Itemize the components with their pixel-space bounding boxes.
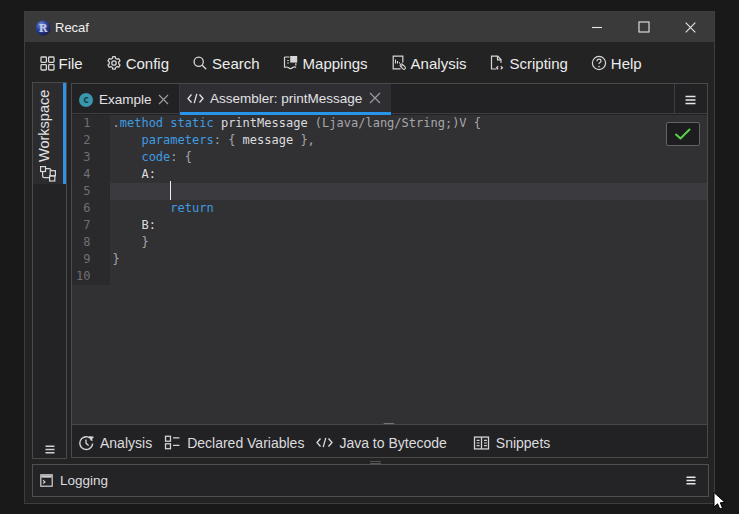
menu-scripting[interactable]: Scripting <box>478 49 579 77</box>
toolbar-java-to-bytecode-label: Java to Bytecode <box>339 435 446 451</box>
recaf-logo-icon: R <box>33 18 53 38</box>
code-content: .method static printMessage (Ljava/lang/… <box>113 115 482 284</box>
menu-bar: File Config Search Mappings <box>25 42 714 84</box>
text-transform-icon <box>283 55 299 71</box>
code-token <box>113 235 142 249</box>
question-circle-icon <box>591 55 607 71</box>
line-number: 9 <box>72 251 91 268</box>
check-icon <box>674 128 692 141</box>
console-icon <box>40 474 53 487</box>
code-token: : <box>170 150 177 164</box>
code-token: : <box>214 133 221 147</box>
code-token <box>113 218 142 232</box>
hamburger-icon <box>685 95 696 105</box>
code-line: } <box>113 234 482 251</box>
tab-example[interactable]: c Example <box>72 84 180 115</box>
maximize-icon <box>638 21 650 33</box>
recaf-window: R Recaf File <box>24 11 715 504</box>
workspace-tree-icon <box>40 166 56 182</box>
sidebar-menu-button[interactable] <box>33 445 66 454</box>
mouse-cursor <box>713 492 729 512</box>
code-token: parameters <box>141 133 213 147</box>
splitter-line <box>370 461 381 462</box>
title-bar[interactable]: R Recaf <box>25 12 714 42</box>
tab-bar: c Example Assembler: printMessage <box>72 84 707 115</box>
code-token: printMessage <box>221 116 308 130</box>
text-caret <box>170 181 172 200</box>
menu-mappings-label: Mappings <box>303 55 368 72</box>
tab-list-button[interactable] <box>674 84 707 114</box>
class-icon: c <box>79 93 93 107</box>
code-line: .method static printMessage (Ljava/lang/… <box>113 115 482 132</box>
assembler-status-button[interactable] <box>666 122 700 146</box>
code-token <box>113 167 142 181</box>
close-button[interactable] <box>673 12 707 42</box>
code-token <box>113 133 142 147</box>
code-token: return <box>170 201 213 215</box>
tab-example-close-icon[interactable] <box>158 94 169 105</box>
code-editor[interactable]: 12345678910 .method static printMessage … <box>72 115 707 424</box>
menu-help[interactable]: Help <box>579 49 653 77</box>
toolbar-java-to-bytecode[interactable]: Java to Bytecode <box>310 435 452 451</box>
code-icon <box>187 93 204 104</box>
code-token: static <box>170 116 213 130</box>
menu-config[interactable]: Config <box>94 49 180 77</box>
assembler-toolbar: Analysis Declared Variables Java to Byte… <box>72 424 707 457</box>
code-token: { <box>185 150 192 164</box>
menu-search-label: Search <box>212 55 260 72</box>
toolbar-snippets[interactable]: Snippets <box>467 435 556 451</box>
code-line: code: { <box>113 149 482 166</box>
file-code-icon <box>489 55 505 71</box>
code-token: message <box>235 133 300 147</box>
line-number: 8 <box>72 234 91 251</box>
logging-menu-button[interactable] <box>686 465 696 496</box>
code-token: } <box>141 235 148 249</box>
sidebar: Workspace <box>32 82 67 459</box>
code-token <box>113 150 142 164</box>
menu-file-label: File <box>59 55 83 72</box>
code-token: } <box>113 252 120 266</box>
workspace-label-text: Workspace <box>36 90 52 162</box>
maximize-button[interactable] <box>627 12 661 42</box>
line-number: 10 <box>72 268 91 285</box>
code-line: } <box>113 251 482 268</box>
minimize-button[interactable] <box>580 12 614 42</box>
toolbar-analysis[interactable]: Analysis <box>72 435 158 451</box>
menu-mappings[interactable]: Mappings <box>271 49 379 77</box>
code-line <box>113 183 482 200</box>
menu-help-label: Help <box>611 55 642 72</box>
code-line: B: <box>113 217 482 234</box>
code-token: (Ljava/lang/String;)V { <box>315 116 481 130</box>
menu-file[interactable]: File <box>28 49 94 77</box>
close-icon <box>685 22 696 33</box>
toolbar-declared-variables[interactable]: Declared Variables <box>158 435 310 451</box>
sidebar-item-workspace[interactable]: Workspace <box>33 83 66 184</box>
checklist-icon <box>164 435 181 450</box>
menu-analysis[interactable]: Analysis <box>379 49 478 77</box>
tab-example-label: Example <box>99 92 152 107</box>
code-token <box>308 116 315 130</box>
logging-label: Logging <box>60 473 108 488</box>
document-chart-edit-icon <box>391 55 407 71</box>
code-icon <box>316 437 333 448</box>
code-token: . <box>113 116 120 130</box>
line-number: 6 <box>72 200 91 217</box>
tab-assembler-label: Assembler: printMessage <box>210 91 362 106</box>
workspace-grid-icon <box>40 56 55 71</box>
logging-panel: Logging <box>32 464 709 497</box>
code-token: method <box>120 116 163 130</box>
code-token: }, <box>300 133 314 147</box>
line-number: 7 <box>72 217 91 234</box>
history-clock-icon <box>78 435 94 451</box>
line-number: 1 <box>72 115 91 132</box>
line-number: 4 <box>72 166 91 183</box>
svg-text:R: R <box>39 22 48 34</box>
tab-assembler[interactable]: Assembler: printMessage <box>180 84 391 115</box>
tab-assembler-close-icon[interactable] <box>369 92 381 104</box>
logging-header[interactable]: Logging <box>40 465 108 496</box>
code-token <box>113 201 171 215</box>
window-title: Recaf <box>55 12 89 43</box>
code-token <box>178 150 185 164</box>
menu-search[interactable]: Search <box>181 49 272 77</box>
minimize-icon <box>591 21 603 33</box>
